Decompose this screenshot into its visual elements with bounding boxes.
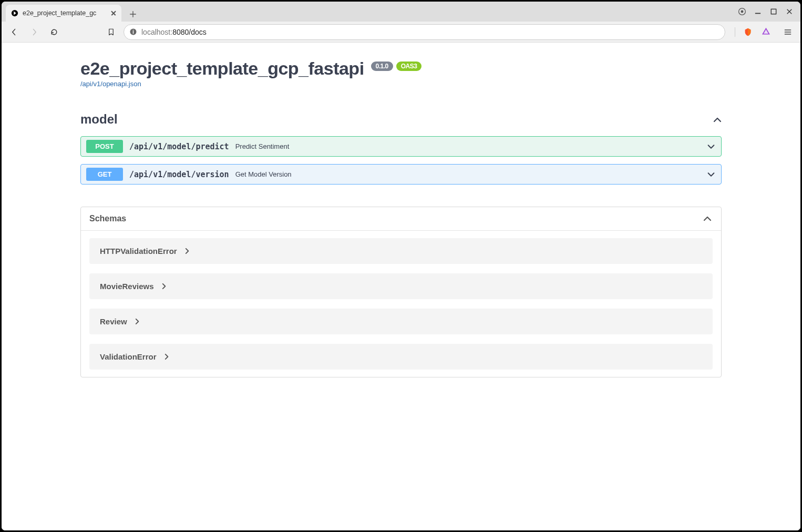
chevron-right-icon xyxy=(135,319,140,324)
svg-point-2 xyxy=(741,11,744,13)
schema-name: HTTPValidationError xyxy=(100,247,177,255)
tab-favicon-icon xyxy=(11,9,18,17)
browser-toolbar: localhost:8080/docs xyxy=(2,22,800,43)
endpoint-row-predict[interactable]: POST /api/v1/model/predict Predict Senti… xyxy=(80,136,722,157)
tag-section-model: model POST /api/v1/model/predict Predict… xyxy=(80,110,722,185)
schema-name: MovieReviews xyxy=(100,282,154,291)
chevron-right-icon xyxy=(164,354,170,360)
schema-name: Review xyxy=(100,317,127,326)
extension-icons xyxy=(731,25,775,39)
schemas-section: Schemas HTTPValidationError MovieReviews xyxy=(80,207,722,377)
svg-rect-4 xyxy=(771,9,776,14)
nav-reload-button[interactable] xyxy=(47,25,61,39)
url-path: 8080/docs xyxy=(172,28,207,36)
browser-tab[interactable]: e2e_project_template_gc xyxy=(6,5,121,22)
nav-back-button[interactable] xyxy=(7,25,22,39)
tag-name: model xyxy=(80,112,118,127)
window-maximize-button[interactable] xyxy=(767,5,780,18)
window-close-button[interactable] xyxy=(783,5,796,18)
schemas-list: HTTPValidationError MovieReviews Review xyxy=(81,231,721,377)
new-tab-button[interactable] xyxy=(126,7,140,22)
brave-rewards-icon[interactable] xyxy=(758,25,773,39)
url-host: localhost: xyxy=(141,28,172,36)
api-header: e2e_project_template_gcp_fastapi 0.1.0 O… xyxy=(80,58,722,79)
chevron-up-icon xyxy=(712,115,722,124)
api-title: e2e_project_template_gcp_fastapi 0.1.0 O… xyxy=(80,58,421,79)
tab-title: e2e_project_template_gc xyxy=(23,9,107,17)
browser-window: e2e_project_template_gc xyxy=(0,0,802,532)
incognito-indicator-icon xyxy=(735,5,749,18)
site-security-icon xyxy=(129,28,137,36)
method-badge: POST xyxy=(86,140,123,153)
nav-forward-button[interactable] xyxy=(27,25,42,39)
schema-row[interactable]: Review xyxy=(89,309,713,334)
chevron-down-icon xyxy=(706,142,716,151)
schema-row[interactable]: HTTPValidationError xyxy=(89,238,713,264)
schemas-header[interactable]: Schemas xyxy=(81,207,721,231)
window-titlebar: e2e_project_template_gc xyxy=(2,2,800,22)
version-badge: 0.1.0 xyxy=(371,62,393,71)
endpoint-summary: Predict Sentiment xyxy=(235,142,290,150)
address-text: localhost:8080/docs xyxy=(141,28,719,36)
method-badge: GET xyxy=(86,168,123,181)
schema-name: ValidationError xyxy=(100,352,157,361)
openapi-json-link[interactable]: /api/v1/openapi.json xyxy=(80,80,722,88)
window-minimize-button[interactable] xyxy=(751,5,765,18)
tab-close-button[interactable] xyxy=(111,11,116,16)
swagger-ui: e2e_project_template_gcp_fastapi 0.1.0 O… xyxy=(59,43,743,398)
svg-rect-7 xyxy=(133,31,134,34)
toolbar-divider xyxy=(735,27,735,37)
schema-row[interactable]: MovieReviews xyxy=(89,273,713,299)
app-menu-button[interactable] xyxy=(780,25,795,39)
endpoint-summary: Get Model Version xyxy=(235,170,292,178)
tab-strip: e2e_project_template_gc xyxy=(2,2,140,22)
chevron-down-icon xyxy=(706,170,716,179)
schema-row[interactable]: ValidationError xyxy=(89,344,713,370)
endpoint-path: /api/v1/model/version xyxy=(129,170,229,179)
chevron-right-icon xyxy=(184,248,190,254)
oas-badge: OAS3 xyxy=(396,62,422,71)
svg-rect-6 xyxy=(133,30,134,31)
endpoint-row-version[interactable]: GET /api/v1/model/version Get Model Vers… xyxy=(80,164,722,185)
chevron-right-icon xyxy=(161,283,167,289)
chevron-up-icon xyxy=(702,213,713,224)
endpoint-path: /api/v1/model/predict xyxy=(129,142,229,151)
brave-shields-icon[interactable] xyxy=(741,25,755,39)
window-controls xyxy=(735,2,796,22)
api-title-text: e2e_project_template_gcp_fastapi xyxy=(80,58,364,78)
schemas-title: Schemas xyxy=(89,214,126,223)
address-bar[interactable]: localhost:8080/docs xyxy=(124,24,725,40)
bookmark-button[interactable] xyxy=(104,25,118,39)
page-content: e2e_project_template_gcp_fastapi 0.1.0 O… xyxy=(2,43,800,530)
tag-header[interactable]: model xyxy=(80,110,722,129)
svg-rect-3 xyxy=(755,13,760,14)
